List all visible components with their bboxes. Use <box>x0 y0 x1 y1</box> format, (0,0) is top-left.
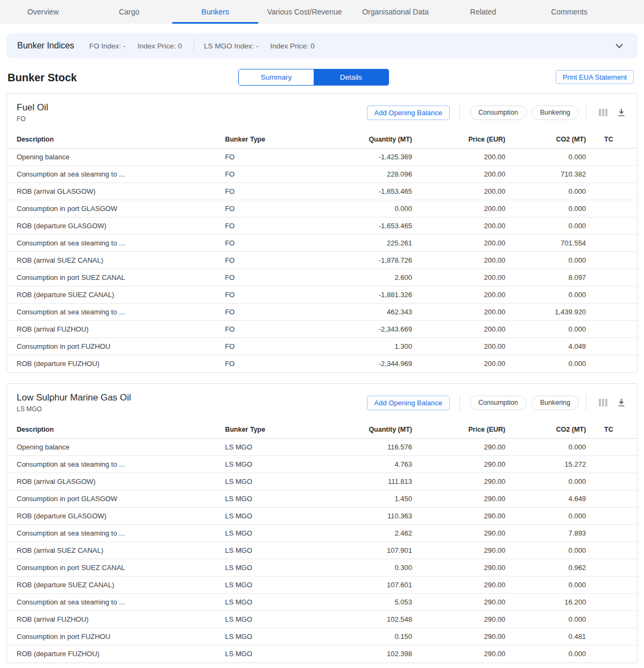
row-co2: 1,439.920 <box>505 304 586 321</box>
row-quantity: 0.300 <box>320 559 412 576</box>
table-row: Consumption in port GLASGOWFO0.000200.00… <box>7 200 637 217</box>
summary-details-toggle: Summary Details <box>238 69 389 86</box>
add-opening-balance-button[interactable]: Add Opening Balance <box>367 106 450 120</box>
row-price: 290.00 <box>412 628 505 645</box>
row-bunker-type: LS MGO <box>225 508 320 525</box>
tab-organisational-data[interactable]: Organisational Data <box>351 0 440 24</box>
row-co2: 0.000 <box>505 439 586 456</box>
tab-related[interactable]: Related <box>440 0 526 24</box>
row-quantity: 4.763 <box>320 456 412 473</box>
row-description: Consumption in port FUZHOU <box>7 628 225 645</box>
bunker-indices-bar: Bunker Indices FO Index: - Index Price: … <box>6 33 638 58</box>
row-description: Consumption at sea steaming to ... <box>7 525 225 542</box>
actions-divider <box>459 104 460 121</box>
tab-bunkers[interactable]: Bunkers <box>172 0 258 24</box>
table-row: ROB (departure SUEZ CANAL)FO-1,881.32620… <box>7 286 637 304</box>
row-bunker-type: LS MGO <box>225 473 320 490</box>
row-quantity: 5.053 <box>320 594 412 611</box>
col-tc: TC <box>586 131 637 149</box>
row-quantity: -2,344.969 <box>320 355 412 372</box>
ls-mgo-index-value: LS MGO Index: - <box>204 42 258 50</box>
row-bunker-type: FO <box>225 321 320 338</box>
consumption-button[interactable]: Consumption <box>470 106 527 120</box>
row-price: 200.00 <box>412 217 505 235</box>
table-row: Opening balanceFO-1,425.369200.000.000 <box>7 149 637 166</box>
row-bunker-type: FO <box>225 217 320 235</box>
row-description: Consumption in port GLASGOW <box>7 490 225 508</box>
table-row: ROB (arrival GLASGOW)LS MGO111.813290.00… <box>7 473 637 490</box>
tab-overview[interactable]: Overview <box>0 0 86 24</box>
row-bunker-type: LS MGO <box>225 594 320 611</box>
row-description: Consumption at sea steaming to ... <box>7 235 225 252</box>
tab-comments[interactable]: Comments <box>526 0 612 24</box>
row-description: Opening balance <box>7 149 225 166</box>
row-bunker-type: FO <box>225 355 320 372</box>
table-row: ROB (departure FUZHOU)LS MGO102.398290.0… <box>7 645 637 663</box>
row-description: Consumption in port SUEZ CANAL <box>7 269 225 286</box>
row-co2: 0.000 <box>505 183 586 200</box>
summary-toggle-button[interactable]: Summary <box>239 69 314 85</box>
print-eua-statement-button[interactable]: Print EUA Statement <box>556 70 634 84</box>
column-settings-button[interactable] <box>596 106 610 119</box>
row-tc <box>586 473 637 490</box>
row-price: 290.00 <box>412 508 505 525</box>
row-tc <box>586 525 637 542</box>
download-button[interactable] <box>614 396 628 410</box>
row-price: 290.00 <box>412 490 505 508</box>
row-tc <box>586 149 637 166</box>
actions-divider <box>586 104 586 121</box>
row-description: Consumption at sea steaming to ... <box>7 166 225 183</box>
consumption-button[interactable]: Consumption <box>470 396 527 410</box>
table-row: ROB (departure SUEZ CANAL)LS MGO107.6012… <box>7 576 637 594</box>
download-button[interactable] <box>614 106 628 119</box>
row-bunker-type: FO <box>225 183 320 200</box>
row-tc <box>586 594 637 611</box>
row-co2: 0.000 <box>505 576 586 594</box>
row-co2: 7.893 <box>505 525 586 542</box>
row-tc <box>586 338 637 355</box>
table-row: Consumption in port FUZHOUFO1.300200.004… <box>7 338 637 355</box>
row-bunker-type: LS MGO <box>225 525 320 542</box>
table-row: Consumption in port FUZHOULS MGO0.150290… <box>7 628 637 645</box>
row-quantity: -1,653.465 <box>320 217 412 235</box>
table-row: Consumption in port GLASGOWLS MGO1.45029… <box>7 490 637 508</box>
row-tc <box>586 611 637 628</box>
row-co2: 0.000 <box>505 200 586 217</box>
row-tc <box>586 576 637 594</box>
download-icon <box>617 108 626 117</box>
row-price: 200.00 <box>412 166 505 183</box>
row-description: Consumption at sea steaming to ... <box>7 456 225 473</box>
row-bunker-type: FO <box>225 235 320 252</box>
table-row: ROB (departure FUZHOU)FO-2,344.969200.00… <box>7 355 637 372</box>
table-row: ROB (arrival FUZHOU)LS MGO102.548290.000… <box>7 611 637 628</box>
row-price: 200.00 <box>412 235 505 252</box>
col-bunker-type: Bunker Type <box>225 421 320 439</box>
col-tc: TC <box>586 421 637 439</box>
table-row: Opening balanceLS MGO116.576290.000.000 <box>7 439 637 456</box>
add-opening-balance-button[interactable]: Add Opening Balance <box>367 396 450 410</box>
column-settings-button[interactable] <box>596 396 610 410</box>
tab-cargo[interactable]: Cargo <box>86 0 172 24</box>
bunkering-button[interactable]: Bunkering <box>532 396 579 410</box>
row-co2: 0.000 <box>505 217 586 235</box>
row-description: ROB (arrival FUZHOU) <box>7 611 225 628</box>
row-co2: 710.382 <box>505 166 586 183</box>
table-row: Consumption at sea steaming to ...LS MGO… <box>7 594 637 611</box>
row-price: 290.00 <box>412 456 505 473</box>
row-co2: 0.000 <box>505 286 586 304</box>
row-quantity: 102.398 <box>320 645 412 663</box>
row-bunker-type: LS MGO <box>225 542 320 559</box>
col-quantity: Quantity (MT) <box>320 131 412 149</box>
row-tc <box>586 235 637 252</box>
row-bunker-type: FO <box>225 269 320 286</box>
expand-indices-button[interactable] <box>612 38 627 53</box>
details-toggle-button[interactable]: Details <box>314 69 388 85</box>
row-co2: 0.000 <box>505 321 586 338</box>
actions-divider <box>459 395 460 411</box>
row-tc <box>586 645 637 663</box>
tab-various-cost-revenue[interactable]: Various Cost/Revenue <box>258 0 351 24</box>
bunkering-button[interactable]: Bunkering <box>532 106 579 120</box>
row-bunker-type: LS MGO <box>225 645 320 663</box>
row-bunker-type: LS MGO <box>225 456 320 473</box>
col-bunker-type: Bunker Type <box>225 131 320 149</box>
